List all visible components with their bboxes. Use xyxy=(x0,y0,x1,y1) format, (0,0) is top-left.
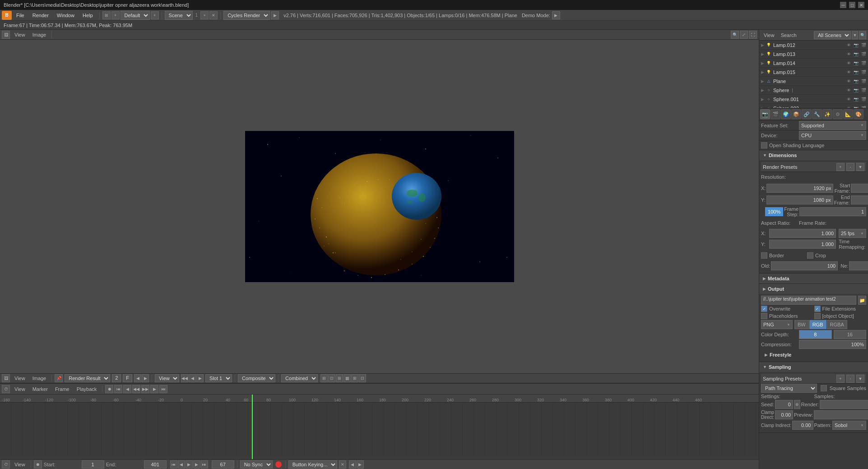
depth-16-btn[interactable]: 16 xyxy=(834,330,867,339)
close-button[interactable]: ✕ xyxy=(858,2,864,8)
tl-frame-btn[interactable]: Frame xyxy=(52,385,72,393)
eye-icon[interactable]: 👁 xyxy=(847,52,851,56)
ne-input[interactable] xyxy=(849,261,868,270)
composite-select[interactable]: Composite xyxy=(238,374,275,382)
outliner-item-sphere001[interactable]: ▶ ○ Sphere.001 👁 📷 🎬 xyxy=(759,95,868,104)
tab-scene[interactable]: 🎬 xyxy=(771,109,780,119)
scene-del-icon[interactable]: ✕ xyxy=(209,11,218,19)
render-icon[interactable]: 🎬 xyxy=(861,61,866,65)
current-frame[interactable]: 67 xyxy=(212,460,234,469)
eye-icon[interactable]: 👁 xyxy=(847,61,851,65)
img-view-btn[interactable]: View xyxy=(12,374,28,382)
bot-play-icon[interactable]: ▶ xyxy=(186,460,193,469)
scene-selector[interactable]: Scene xyxy=(165,11,193,20)
outliner-item-sphere002[interactable]: ▶ ○ Sphere.002 👁 📷 🎬 xyxy=(759,104,868,108)
play-rev-btn[interactable]: ◀◀ xyxy=(132,385,140,393)
outliner-view-btn[interactable]: View xyxy=(761,31,777,39)
fullscreen-icon[interactable]: ⛶ xyxy=(749,31,757,39)
view-next2-icon[interactable]: ▶ xyxy=(196,374,204,382)
outliner-item-lamp014[interactable]: ▶ 💡 Lamp.014 👁 📷 🎬 xyxy=(759,59,868,68)
fit-icon[interactable]: ⤢ xyxy=(740,31,748,39)
bot-extra1[interactable]: ◀ xyxy=(349,460,356,469)
menu-window[interactable]: Window xyxy=(53,11,78,20)
img-image-btn[interactable]: Image xyxy=(30,374,49,382)
minimize-button[interactable]: ─ xyxy=(840,2,846,8)
prev-frame-btn[interactable]: ◀ xyxy=(123,385,131,393)
viewport-icon[interactable]: 🖼 xyxy=(2,31,10,39)
camera-icon[interactable]: 📷 xyxy=(854,43,859,47)
ch-icon6[interactable]: ⊡ xyxy=(359,374,366,382)
render-icon[interactable]: 🎬 xyxy=(861,70,866,74)
pattern-dropdown[interactable]: Sobol ▼ xyxy=(832,421,866,430)
outliner-expand-icon[interactable]: ▼ xyxy=(852,31,858,39)
camera-icon[interactable]: 📷 xyxy=(854,70,859,74)
bw-btn[interactable]: BW xyxy=(794,320,809,329)
tab-material[interactable]: 🎨 xyxy=(854,109,863,119)
presets-add-btn[interactable]: + xyxy=(836,163,845,171)
res-x-input[interactable] xyxy=(766,184,833,193)
compression-input[interactable] xyxy=(799,340,866,349)
render-samples-input[interactable] xyxy=(820,400,868,409)
square-samples-checkbox[interactable] xyxy=(821,385,827,391)
seed-rand-btn[interactable]: ⊕ xyxy=(794,400,800,409)
clamp-indirect-input[interactable] xyxy=(792,421,813,430)
tab-constraints[interactable]: 🔗 xyxy=(802,109,812,119)
maximize-button[interactable]: □ xyxy=(849,2,855,8)
tab-data[interactable]: 📐 xyxy=(843,109,853,119)
frame-f[interactable]: F xyxy=(123,374,132,382)
bottom-view[interactable]: View xyxy=(12,460,28,469)
framerate-dropdown[interactable]: 25 fps ▼ xyxy=(839,229,866,238)
overwrite-checkbox[interactable] xyxy=(761,306,767,312)
view-icon[interactable]: + xyxy=(111,11,120,19)
cache-checkbox[interactable] xyxy=(814,313,821,319)
nav-image[interactable]: Image xyxy=(30,31,49,39)
image-editor-icon[interactable]: 🖼 xyxy=(2,374,10,382)
all-scenes-select[interactable]: All Scenes xyxy=(814,31,851,39)
view-prev2-icon[interactable]: ◀ xyxy=(189,374,196,382)
folder-btn[interactable]: 📁 xyxy=(858,296,866,305)
aspect-y-input[interactable] xyxy=(769,240,836,249)
zoom-icon[interactable]: 🔍 xyxy=(731,31,739,39)
frame-step-input[interactable] xyxy=(799,207,866,216)
eye-icon[interactable]: 👁 xyxy=(847,43,851,47)
sampling-menu-btn[interactable]: ▼ xyxy=(856,375,864,383)
render-icon[interactable]: 🎬 xyxy=(861,43,866,47)
tab-physics[interactable]: ⚙ xyxy=(833,109,843,119)
bot-extra2[interactable]: ▶ xyxy=(357,460,364,469)
slot-select[interactable]: Slot 1 xyxy=(205,374,232,382)
bot-rec-icon[interactable]: ⏺ xyxy=(34,460,42,469)
eye-icon[interactable]: 👁 xyxy=(847,70,851,74)
bot-prev-icon[interactable]: ⏮ xyxy=(170,460,177,469)
dimensions-header[interactable]: ▼ Dimensions xyxy=(759,150,868,160)
keyframe-select[interactable]: Button Keying... xyxy=(288,460,337,469)
sampling-add-btn[interactable]: + xyxy=(836,375,845,383)
tl-playback-btn[interactable]: Playback xyxy=(74,385,100,393)
keyframe-clear-icon[interactable]: ✕ xyxy=(339,460,346,469)
ch-icon3[interactable]: ⊞ xyxy=(336,374,343,382)
menu-render[interactable]: Render xyxy=(29,11,52,20)
channel-select[interactable]: Combined xyxy=(281,374,318,382)
tab-world[interactable]: 🌍 xyxy=(781,109,791,119)
play-btn[interactable]: ▶▶ xyxy=(141,385,149,393)
border-checkbox[interactable] xyxy=(761,252,767,259)
sampling-header[interactable]: ▼ Sampling xyxy=(759,362,868,372)
end-frame[interactable]: 401 xyxy=(144,460,167,469)
depth-8-btn[interactable]: 8 xyxy=(799,330,832,339)
slot-num[interactable]: 2 xyxy=(112,374,121,382)
render-icon[interactable]: 🎬 xyxy=(861,88,866,93)
prev-icon[interactable]: ◀ xyxy=(134,374,141,382)
view-type-select[interactable]: View xyxy=(155,374,179,382)
start-frame-input[interactable] xyxy=(851,184,868,193)
outliner-item-sphere[interactable]: ▶ ○ Sphere | 👁 📷 🎬 xyxy=(759,86,868,95)
render-icon[interactable]: 🎬 xyxy=(861,52,866,56)
end-frame-input[interactable] xyxy=(851,195,868,204)
outliner-item-lamp013[interactable]: ▶ 💡 Lamp.013 👁 📷 🎬 xyxy=(759,50,868,59)
start-frame[interactable]: 1 xyxy=(82,460,104,469)
timeline-track[interactable] xyxy=(0,403,759,457)
ch-icon1[interactable]: ⊞ xyxy=(320,374,328,382)
tab-object[interactable]: 📦 xyxy=(791,109,801,119)
nav-view[interactable]: View xyxy=(12,31,28,39)
next-icon[interactable]: ▶ xyxy=(142,374,149,382)
ch-icon5[interactable]: ⊞ xyxy=(351,374,358,382)
mode-icon[interactable]: + xyxy=(151,11,159,19)
